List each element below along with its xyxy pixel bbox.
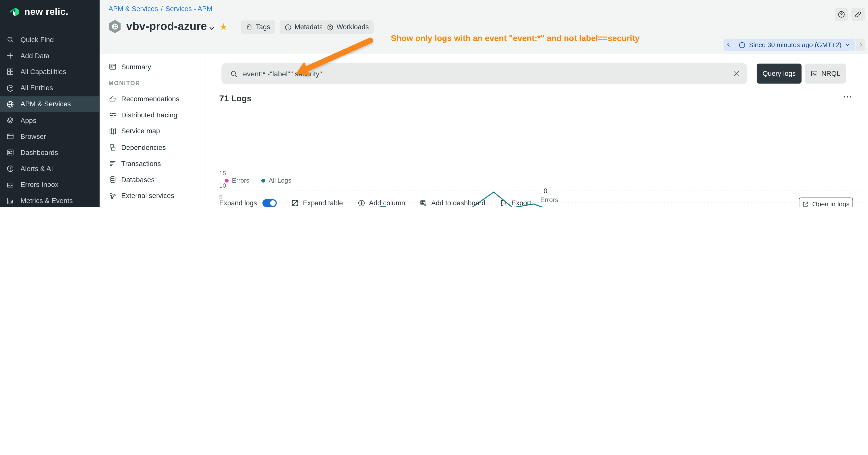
- hex-list-icon: [6, 84, 14, 92]
- breadcrumb-separator: /: [161, 5, 163, 13]
- tags-button[interactable]: Tags: [241, 21, 275, 34]
- table-toolbar: Expand logs Expand table Add column Add …: [219, 196, 531, 207]
- breadcrumb-link-apm[interactable]: APM & Services: [108, 5, 158, 13]
- y-axis-label: 15: [219, 170, 226, 176]
- globe-icon: [6, 100, 14, 108]
- expand-logs-toggle[interactable]: [262, 199, 277, 207]
- nrql-button-label: NRQL: [822, 70, 840, 77]
- sidebar-item-label: APM & Services: [21, 100, 71, 108]
- tracing-icon: [108, 111, 117, 120]
- workloads-button[interactable]: Workloads: [321, 21, 374, 34]
- chevron-right-icon: [858, 42, 863, 47]
- subnav-section-triage: TRIAGE: [99, 204, 205, 207]
- sidebar-item-alerts-ai[interactable]: Alerts & AI: [0, 161, 99, 177]
- recommendations-icon: [108, 95, 117, 103]
- new-relic-logo[interactable]: new relic.: [9, 6, 68, 18]
- expand-table-button[interactable]: Expand table: [291, 199, 343, 207]
- summary-icon: [108, 63, 117, 71]
- sidebar-item-browser[interactable]: Browser: [0, 129, 99, 144]
- add-to-dashboard-label: Add to dashboard: [431, 199, 486, 207]
- sidebar-item-all-entities[interactable]: All Entities: [0, 80, 99, 96]
- chart-legend: ErrorsAll Logs: [225, 177, 291, 184]
- time-picker-label: Since 30 minutes ago (GMT+2): [749, 41, 841, 49]
- subnav-item-dependencies[interactable]: Dependencies: [99, 139, 205, 156]
- legend-label: All Logs: [269, 177, 291, 184]
- sidebar-item-all-capabilities[interactable]: All Capabilities: [0, 64, 99, 80]
- workload-icon: [327, 24, 334, 31]
- sidebar-item-errors-inbox[interactable]: Errors Inbox: [0, 177, 99, 193]
- link-icon: [854, 10, 862, 19]
- chevron-left-icon: [725, 42, 731, 47]
- subnav-item-distributed-tracing[interactable]: Distributed tracing: [99, 107, 205, 123]
- metadata-button[interactable]: Metadata: [279, 21, 328, 34]
- panel-menu-icon[interactable]: [842, 92, 852, 102]
- export-icon: [500, 199, 507, 207]
- inbox-icon: [6, 181, 14, 189]
- browser-icon: [6, 132, 14, 140]
- log-query-value: event:* -"label":"security": [243, 69, 322, 78]
- subnav-item-recommendations[interactable]: Recommendations: [99, 91, 205, 107]
- sidebar-item-quick-find[interactable]: Quick Find: [0, 32, 99, 47]
- dependencies-icon: [108, 143, 117, 152]
- metadata-button-label: Metadata: [294, 23, 323, 31]
- query-logs-button[interactable]: Query logs: [756, 64, 802, 84]
- expand-table-label: Expand table: [303, 199, 343, 207]
- sidebar-item-apm-services[interactable]: APM & Services: [0, 96, 99, 112]
- legend-item-errors[interactable]: Errors: [225, 177, 249, 184]
- subnav-item-service-map[interactable]: Service map: [99, 123, 205, 139]
- legend-label: Errors: [232, 177, 249, 184]
- entity-hexagon-icon: [108, 20, 122, 34]
- subnav-item-transactions[interactable]: Transactions: [99, 156, 205, 171]
- legend-dot: [225, 178, 228, 182]
- legend-dot: [261, 178, 265, 182]
- search-icon: [6, 35, 14, 44]
- search-icon: [230, 69, 238, 78]
- brand-text: new relic.: [25, 6, 68, 18]
- nrql-button[interactable]: NRQL: [805, 64, 846, 84]
- expand-icon: [291, 199, 299, 207]
- info-icon: [284, 24, 292, 31]
- annotation-text: Show only logs with an event "event:*" a…: [391, 33, 640, 42]
- time-picker-next-button[interactable]: [856, 39, 865, 51]
- app-root: new relic. Quick FindAdd DataAll Capabil…: [0, 0, 868, 207]
- new-relic-logo-icon: [9, 6, 21, 18]
- subnav-item-summary[interactable]: Summary: [99, 59, 205, 75]
- time-picker-prev-button[interactable]: [723, 39, 733, 51]
- subnav-item-label: Databases: [121, 176, 155, 184]
- sidebar-item-label: Metrics & Events: [21, 197, 73, 205]
- legend-item-all-logs[interactable]: All Logs: [261, 177, 291, 184]
- sidebar-item-add-data[interactable]: Add Data: [0, 47, 99, 64]
- export-button[interactable]: Export: [500, 199, 531, 207]
- sidebar-item-label: Apps: [21, 117, 36, 124]
- time-picker-button[interactable]: Since 30 minutes ago (GMT+2): [734, 39, 855, 51]
- sidebar-item-label: All Entities: [21, 84, 53, 92]
- sidebar-item-label: All Capabilities: [21, 68, 66, 76]
- sidebar-item-label: Dashboards: [21, 149, 58, 157]
- add-column-button[interactable]: Add column: [358, 199, 405, 207]
- transactions-icon: [108, 160, 117, 168]
- subnav-item-databases[interactable]: Databases: [99, 172, 205, 188]
- sidebar-item-dashboards[interactable]: Dashboards: [0, 144, 99, 161]
- chevron-down-icon: [845, 42, 850, 47]
- log-query-input[interactable]: event:* -"label":"security": [221, 63, 747, 84]
- title-chevron-down-icon[interactable]: [209, 26, 215, 32]
- subnav-item-external-services[interactable]: External services: [99, 188, 205, 204]
- add-to-dashboard-button[interactable]: Add to dashboard: [420, 199, 486, 207]
- subnav-item-label: Recommendations: [121, 95, 180, 103]
- sidebar-item-apps[interactable]: Apps: [0, 112, 99, 129]
- expand-logs-label: Expand logs: [219, 199, 257, 207]
- plus-icon: [6, 52, 14, 60]
- favorite-star-icon[interactable]: ★: [219, 21, 227, 32]
- sidebar-item-metrics-events[interactable]: Metrics & Events: [0, 193, 99, 207]
- open-in-logs-button[interactable]: Open in logs: [799, 197, 853, 207]
- logs-count-title: 71 Logs: [219, 94, 252, 103]
- sidebar-item-label: Alerts & AI: [21, 165, 53, 173]
- question-icon: [837, 10, 845, 19]
- help-button-top[interactable]: [835, 8, 848, 21]
- clear-query-icon[interactable]: [733, 70, 740, 77]
- breadcrumb-link-services[interactable]: Services - APM: [165, 5, 213, 13]
- clock-icon: [739, 41, 746, 48]
- sidebar-item-label: Errors Inbox: [21, 181, 59, 189]
- permalink-button[interactable]: [851, 8, 865, 21]
- main-content: event:* -"label":"security" Query logs N…: [205, 54, 868, 207]
